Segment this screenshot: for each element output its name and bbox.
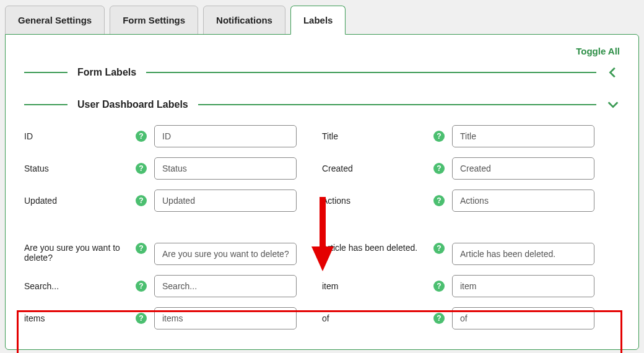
label-item: item <box>322 281 433 291</box>
divider <box>146 72 596 73</box>
input-deleted[interactable] <box>452 243 594 265</box>
label-created: Created <box>322 163 433 173</box>
fields-grid: ID ? Title ? Status ? Created ? Updated … <box>24 120 620 334</box>
help-icon[interactable]: ? <box>136 243 147 254</box>
field-items: items ? <box>24 302 322 334</box>
help-icon[interactable]: ? <box>136 195 147 206</box>
input-status[interactable] <box>154 157 297 180</box>
field-item: item ? <box>322 270 620 302</box>
label-search: Search... <box>24 281 136 291</box>
section-title-form-labels: Form Labels <box>77 67 136 78</box>
label-confirm-delete: Are you sure you want to delete? <box>24 243 136 263</box>
input-title[interactable] <box>452 125 594 147</box>
tab-form[interactable]: Form Settings <box>110 6 198 35</box>
input-actions[interactable] <box>452 190 594 212</box>
label-updated: Updated <box>24 196 136 206</box>
field-deleted: Article has been deleted. ? <box>322 235 620 270</box>
field-of: of ? <box>322 302 620 334</box>
field-search: Search... ? <box>24 270 322 302</box>
label-status: Status <box>24 163 136 173</box>
field-confirm-delete: Are you sure you want to delete? ? <box>24 235 322 270</box>
toggle-all-link[interactable]: Toggle All <box>576 46 620 56</box>
label-title: Title <box>322 131 433 141</box>
chevron-left-icon <box>606 66 620 79</box>
section-user-dashboard-labels[interactable]: User Dashboard Labels <box>24 98 620 111</box>
tab-labels[interactable]: Labels <box>290 6 346 35</box>
help-icon[interactable]: ? <box>136 281 147 292</box>
field-id: ID ? <box>24 120 322 152</box>
label-id: ID <box>24 131 136 141</box>
section-title-user-dashboard: User Dashboard Labels <box>77 99 188 110</box>
input-items[interactable] <box>154 307 297 329</box>
label-deleted: Article has been deleted. <box>322 243 433 253</box>
input-confirm-delete[interactable] <box>154 243 297 265</box>
help-icon[interactable]: ? <box>136 131 147 142</box>
divider <box>24 104 67 105</box>
tab-bar: General Settings Form Settings Notificat… <box>0 0 644 34</box>
help-icon[interactable]: ? <box>136 313 147 324</box>
field-actions: Actions ? <box>322 185 620 217</box>
divider <box>198 104 596 105</box>
labels-panel: Toggle All Form Labels User Dashboard La… <box>5 34 639 350</box>
tab-general[interactable]: General Settings <box>5 6 105 35</box>
label-actions: Actions <box>322 196 433 206</box>
section-form-labels[interactable]: Form Labels <box>24 66 620 79</box>
input-search[interactable] <box>154 275 297 297</box>
help-icon[interactable]: ? <box>136 163 147 174</box>
field-title: Title ? <box>322 120 620 152</box>
help-icon[interactable]: ? <box>433 131 445 142</box>
input-created[interactable] <box>452 157 594 180</box>
input-updated[interactable] <box>154 190 297 212</box>
chevron-down-icon <box>606 98 620 111</box>
field-status: Status ? <box>24 152 322 185</box>
help-icon[interactable]: ? <box>433 313 445 324</box>
help-icon[interactable]: ? <box>433 195 445 206</box>
help-icon[interactable]: ? <box>433 281 445 292</box>
field-updated: Updated ? <box>24 185 322 217</box>
spacer <box>24 217 620 235</box>
input-id[interactable] <box>154 125 297 147</box>
label-items: items <box>24 313 136 323</box>
input-item[interactable] <box>452 275 594 297</box>
help-icon[interactable]: ? <box>433 243 445 254</box>
input-of[interactable] <box>452 307 594 329</box>
label-of: of <box>322 313 433 323</box>
divider <box>24 72 67 73</box>
field-created: Created ? <box>322 152 620 185</box>
help-icon[interactable]: ? <box>433 163 445 174</box>
tab-notifications[interactable]: Notifications <box>203 6 285 35</box>
